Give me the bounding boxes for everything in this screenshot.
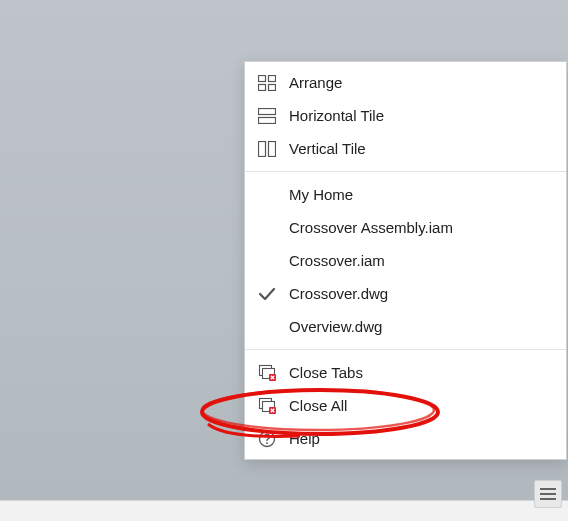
menu-item-my-home[interactable]: My Home <box>245 178 566 211</box>
menu-item-overview-dwg[interactable]: Overview.dwg <box>245 310 566 343</box>
menu-label: Close Tabs <box>289 364 554 381</box>
menu-separator <box>245 171 566 172</box>
menu-item-help[interactable]: Help <box>245 422 566 455</box>
svg-rect-8 <box>259 117 276 123</box>
vertical-tile-icon <box>245 141 289 157</box>
menu-item-close-all[interactable]: Close All <box>245 389 566 422</box>
svg-rect-6 <box>269 84 276 90</box>
menu-item-crossover-dwg[interactable]: Crossover.dwg <box>245 277 566 310</box>
menu-label: My Home <box>289 186 554 203</box>
menu-item-crossover-assembly[interactable]: Crossover Assembly.iam <box>245 211 566 244</box>
hamburger-icon <box>540 488 556 500</box>
menu-label: Overview.dwg <box>289 318 554 335</box>
menu-item-vertical-tile[interactable]: Vertical Tile <box>245 132 566 165</box>
svg-rect-1 <box>540 493 556 495</box>
help-icon <box>245 430 289 448</box>
menu-item-crossover-iam[interactable]: Crossover.iam <box>245 244 566 277</box>
menu-label: Crossover Assembly.iam <box>289 219 554 236</box>
hamburger-button[interactable] <box>534 480 562 508</box>
menu-label: Arrange <box>289 74 554 91</box>
svg-rect-9 <box>259 141 266 156</box>
menu-item-horizontal-tile[interactable]: Horizontal Tile <box>245 99 566 132</box>
arrange-icon <box>245 75 289 91</box>
menu-separator <box>245 349 566 350</box>
svg-point-18 <box>266 442 268 444</box>
menu-label: Vertical Tile <box>289 140 554 157</box>
context-menu: Arrange Horizontal Tile Vertical Tile <box>244 61 567 460</box>
svg-rect-2 <box>540 498 556 500</box>
svg-rect-5 <box>259 84 266 90</box>
menu-label: Help <box>289 430 554 447</box>
svg-rect-3 <box>259 75 266 81</box>
svg-rect-0 <box>540 488 556 490</box>
horizontal-tile-icon <box>245 108 289 124</box>
checkmark-icon <box>245 286 289 302</box>
bottom-bar <box>0 500 568 521</box>
svg-rect-7 <box>259 108 276 114</box>
svg-rect-10 <box>269 141 276 156</box>
close-all-icon <box>245 397 289 415</box>
menu-item-close-tabs[interactable]: Close Tabs <box>245 356 566 389</box>
svg-rect-4 <box>269 75 276 81</box>
menu-label: Crossover.iam <box>289 252 554 269</box>
menu-label: Horizontal Tile <box>289 107 554 124</box>
menu-label: Close All <box>289 397 554 414</box>
menu-label: Crossover.dwg <box>289 285 554 302</box>
close-tabs-icon <box>245 364 289 382</box>
menu-item-arrange[interactable]: Arrange <box>245 66 566 99</box>
